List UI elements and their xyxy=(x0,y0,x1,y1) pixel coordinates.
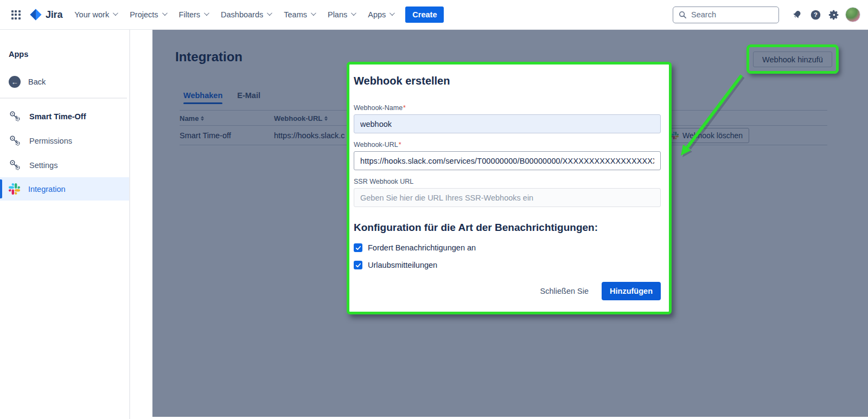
checkbox-vacation-notifications[interactable]: Urlaubsmitteilungen xyxy=(354,261,661,269)
sidebar-item-settings[interactable]: Settings xyxy=(0,153,129,177)
checkbox-request-notifications[interactable]: Fordert Benachrichtigungen an xyxy=(354,243,661,252)
jira-logo-icon xyxy=(29,8,42,21)
search-placeholder: Search xyxy=(691,10,716,19)
webhook-name-label: Webhook-Name* xyxy=(354,104,661,112)
required-asterisk: * xyxy=(403,104,406,112)
sidebar-item-smart-time-off[interactable]: Smart Time-Off xyxy=(0,104,129,128)
close-button[interactable]: Schließen Sie xyxy=(540,287,589,295)
chevron-down-icon xyxy=(311,10,316,16)
bell-icon xyxy=(792,9,802,20)
submit-button[interactable]: Hinzufügen xyxy=(602,282,661,300)
required-asterisk: * xyxy=(399,141,401,149)
chevron-down-icon xyxy=(267,10,272,16)
nav-item-plans[interactable]: Plans xyxy=(321,6,361,23)
nav-item-projects[interactable]: Projects xyxy=(123,6,172,23)
ssr-webhook-url-label: SSR Webhook URL xyxy=(354,178,661,185)
nav-item-dashboards[interactable]: Dashboards xyxy=(214,6,277,23)
chevron-down-icon xyxy=(113,10,118,16)
create-webhook-modal: Webhook erstellen Webhook-Name* Webhook-… xyxy=(347,62,672,314)
modal-footer: Schließen Sie Hinzufügen xyxy=(354,282,661,300)
notifications-button[interactable] xyxy=(788,5,806,24)
nav-item-apps[interactable]: Apps xyxy=(361,6,400,23)
svg-text:?: ? xyxy=(814,11,818,18)
jira-logo[interactable]: Jira xyxy=(25,8,68,21)
slack-icon xyxy=(9,183,20,195)
webhook-url-input[interactable] xyxy=(354,151,661,170)
nav-item-your-work[interactable]: Your work xyxy=(68,6,123,23)
ssr-webhook-url-input[interactable] xyxy=(354,188,661,207)
checkbox-checked-icon xyxy=(354,261,362,269)
webhook-url-label: Webhook-URL* xyxy=(354,141,661,149)
modal-title: Webhook erstellen xyxy=(354,75,661,87)
back-arrow-icon: ← xyxy=(9,76,21,88)
sidebar-divider xyxy=(0,98,127,99)
key-gear-icon xyxy=(9,110,21,123)
key-gear-icon xyxy=(9,159,21,171)
notification-config-heading: Konfiguration für die Art der Benachrich… xyxy=(354,222,661,234)
sidebar-title: Apps xyxy=(9,50,129,59)
help-button[interactable]: ? xyxy=(806,5,825,24)
search-icon xyxy=(679,11,687,19)
nav-item-teams[interactable]: Teams xyxy=(277,6,321,23)
question-mark-icon: ? xyxy=(810,9,821,21)
sidebar-back-button[interactable]: ← Back xyxy=(0,70,129,93)
chevron-down-icon xyxy=(204,10,209,16)
user-avatar[interactable] xyxy=(845,7,860,22)
app-switcher-button[interactable] xyxy=(7,5,25,24)
nav-item-filters[interactable]: Filters xyxy=(173,6,214,23)
jira-app-screen: Jira Your work Projects Filters Dashboar… xyxy=(0,0,868,419)
chevron-down-icon xyxy=(390,10,395,16)
grid-icon xyxy=(11,10,21,20)
top-navigation-bar: Jira Your work Projects Filters Dashboar… xyxy=(0,0,868,30)
sidebar-item-permissions[interactable]: Permissions xyxy=(0,128,129,153)
checkbox-checked-icon xyxy=(354,243,362,252)
settings-button[interactable] xyxy=(825,5,843,24)
apps-sidebar: Apps ← Back Smart Time-Off xyxy=(0,30,130,419)
chevron-down-icon xyxy=(351,10,356,16)
key-gear-icon xyxy=(9,134,21,147)
sidebar-item-integration[interactable]: Integration xyxy=(0,177,129,201)
search-input[interactable]: Search xyxy=(673,7,779,23)
webhook-name-input[interactable] xyxy=(354,114,661,133)
nav-menu: Your work Projects Filters Dashboards Te… xyxy=(68,6,400,23)
gear-icon xyxy=(828,9,840,21)
chevron-down-icon xyxy=(162,10,168,16)
create-button[interactable]: Create xyxy=(405,7,444,23)
jira-wordmark: Jira xyxy=(46,9,62,21)
